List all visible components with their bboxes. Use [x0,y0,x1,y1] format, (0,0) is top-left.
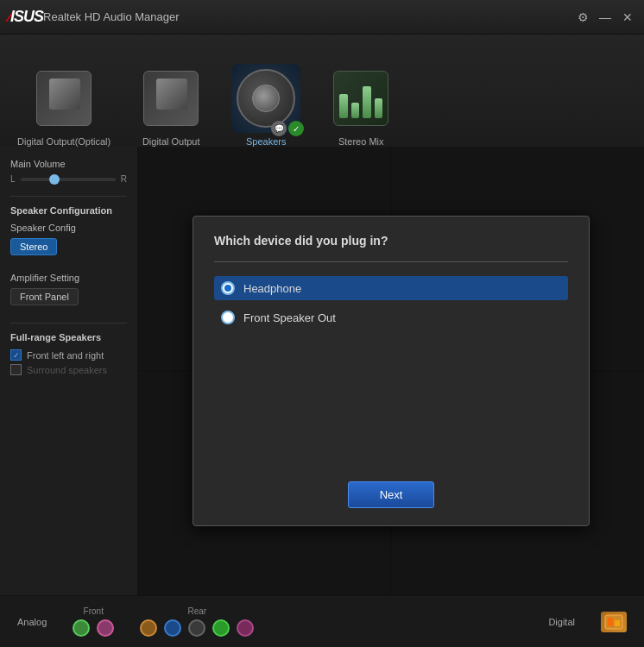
front-jack-row [73,619,114,637]
settings-icon[interactable]: ⚙ [575,10,590,24]
speaker-status-badges: 💬 ✓ [271,121,304,136]
asus-logo: ⁄ISUS [9,8,43,26]
radio-label-front-speaker: Front Speaker Out [243,311,336,324]
tab-icon-digital-optical [29,64,98,133]
rear-jack-gray[interactable] [188,619,205,637]
main-volume-section: Main Volume L R [10,159,127,184]
left-panel: Main Volume L R Speaker Configuration Sp… [0,147,138,595]
rear-jack-row [140,619,254,637]
title-bar: ⁄ISUS Realtek HD Audio Manager ⚙ — ✕ [0,0,644,35]
digital-label: Digital [548,617,575,627]
svg-rect-2 [615,620,620,626]
rear-jacks-section: Rear [140,606,254,637]
divider-1 [10,196,127,197]
surround-speakers-checkbox[interactable] [10,364,22,375]
window-controls: ⚙ — ✕ [575,10,635,24]
tab-stereo-mix[interactable]: Stereo Mix [326,64,395,147]
right-panel: Which device did you plug in? Headphone … [138,147,644,595]
svg-rect-1 [608,618,613,626]
volume-slider[interactable] [21,178,116,181]
chat-badge-icon: 💬 [271,121,287,136]
stereo-button[interactable]: Stereo [10,238,57,255]
close-button[interactable]: ✕ [620,10,635,24]
device-tabs-bar: Digital Output(Optical) Digital Output 💬… [0,35,644,147]
radio-circle-front-speaker [221,311,235,324]
device-plug-modal: Which device did you plug in? Headphone … [193,216,590,526]
mixer-bar-4 [375,98,383,118]
full-range-label: Full-range Speakers [10,332,127,342]
tab-label-speakers: Speakers [246,136,286,147]
radio-circle-headphone [221,281,235,295]
stereo-mix-icon [333,71,388,126]
vol-label-r: R [121,174,127,184]
modal-divider [214,261,568,262]
front-jack-pink[interactable] [97,619,114,637]
modal-footer: Next [214,481,568,508]
radio-headphone[interactable]: Headphone [214,276,568,300]
tab-digital-optical[interactable]: Digital Output(Optical) [17,64,110,147]
digital-optical-icon [36,71,92,126]
divider-2 [10,323,127,324]
minimize-button[interactable]: — [597,10,613,24]
amp-setting-label: Amplifier Setting [10,273,127,283]
modal-title: Which device did you plug in? [214,234,568,248]
rear-jack-blue[interactable] [164,619,181,637]
modal-spacer [214,335,568,473]
speaker-config-section: Speaker Configuration Speaker Config Ste… [10,205,127,261]
rear-label: Rear [187,606,206,616]
mixer-bar-2 [351,103,360,118]
tab-digital-output[interactable]: Digital Output [136,64,205,147]
app-title: Realtek HD Audio Manager [43,10,575,23]
rear-jack-bright-green[interactable] [212,619,230,637]
amp-setting-section: Amplifier Setting Front Panel [10,273,127,311]
tab-icon-digital-output [136,64,205,133]
radio-front-speaker[interactable]: Front Speaker Out [214,305,568,330]
tab-icon-speakers: 💬 ✓ [231,64,300,133]
vol-label-l: L [10,174,16,184]
front-panel-button[interactable]: Front Panel [10,288,79,305]
speaker-config-title: Speaker Configuration [10,205,127,216]
front-jacks-section: Front [73,606,114,637]
front-left-right-label: Front left and right [27,350,104,361]
front-jack-green[interactable] [73,619,90,637]
volume-thumb[interactable] [49,174,60,185]
main-volume-label: Main Volume [10,159,127,169]
bottom-bar: Analog Front Rear Digital [0,595,644,647]
rear-jack-orange[interactable] [140,619,157,637]
analog-label: Analog [17,617,47,627]
surround-speakers-label: Surround speakers [27,365,107,375]
next-button[interactable]: Next [348,481,435,508]
check-badge-icon: ✓ [288,121,304,136]
tab-label-digital-optical: Digital Output(Optical) [17,136,110,147]
rear-jack-dark-pink[interactable] [237,619,254,637]
speakers-icon [237,69,295,128]
tab-label-stereo-mix: Stereo Mix [338,136,384,147]
modal-overlay: Which device did you plug in? Headphone … [138,147,644,595]
front-label: Front [84,606,104,616]
front-left-right-row[interactable]: ✓ Front left and right [10,349,127,361]
front-left-right-checkbox[interactable]: ✓ [10,349,22,361]
tab-speakers[interactable]: 💬 ✓ Speakers [231,64,300,147]
radio-label-headphone: Headphone [243,282,301,295]
mixer-bar-3 [363,86,371,118]
surround-speakers-row[interactable]: Surround speakers [10,364,127,375]
mixer-bar-1 [339,94,348,118]
tab-label-digital-output: Digital Output [142,136,200,147]
full-range-section: Full-range Speakers ✓ Front left and rig… [10,332,127,375]
digital-output-icon [143,71,199,126]
main-area: Main Volume L R Speaker Configuration Sp… [0,147,644,595]
volume-slider-row: L R [10,174,127,184]
tab-icon-stereo-mix [326,64,395,133]
speaker-config-sublabel: Speaker Config [10,223,127,233]
digital-icon [601,612,627,632]
